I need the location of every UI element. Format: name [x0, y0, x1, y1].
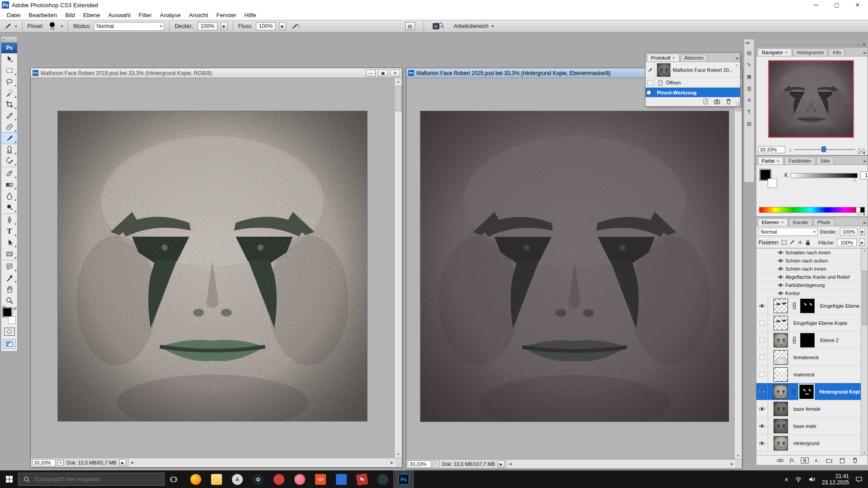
effect-visibility-toggle[interactable] — [775, 275, 785, 279]
tab-stile[interactable]: Stile — [816, 157, 834, 164]
brush-tool[interactable] — [1, 132, 17, 144]
doc2-horizontal-scrollbar[interactable]: ◀ ▶ — [506, 460, 742, 469]
effect-visibility-toggle[interactable] — [775, 291, 785, 296]
layer-row[interactable]: base female — [756, 400, 868, 418]
layer-name[interactable]: Ebene 2 — [820, 338, 839, 343]
wifi-icon[interactable] — [795, 477, 802, 482]
tab-close-icon[interactable]: ✕ — [777, 159, 780, 163]
adjustment-layer-icon[interactable]: ◐. — [815, 457, 820, 464]
flow-field[interactable]: 100% — [256, 22, 276, 30]
visibility-empty-well[interactable] — [759, 372, 765, 377]
palette-menu-icon[interactable]: ▾≡ — [863, 221, 866, 225]
tool-preset-brush-icon[interactable] — [4, 22, 12, 30]
layer-name[interactable]: base male — [793, 423, 816, 429]
slice-tool[interactable] — [1, 110, 17, 121]
layer-fill-field[interactable]: 100% — [837, 239, 857, 246]
mask-link-icon[interactable] — [792, 302, 797, 310]
layer-visibility-toggle[interactable] — [756, 400, 768, 417]
layer-visibility-toggle[interactable] — [756, 314, 768, 331]
tab-navigator[interactable]: Navigator ✕ — [758, 48, 792, 56]
zoom-out-icon[interactable]: △ — [789, 148, 792, 152]
layer-thumbnail[interactable] — [773, 385, 788, 399]
effect-visibility-toggle[interactable] — [775, 250, 785, 255]
status-info-icon[interactable]: ✎ — [433, 461, 439, 467]
history-brush-tool[interactable] — [1, 155, 17, 166]
doc1-zoom-field[interactable]: 33,33% — [32, 459, 56, 466]
k-slider-marker-icon[interactable]: △ — [853, 177, 856, 182]
airbrush-toggle-icon[interactable] — [291, 22, 300, 30]
layer-row[interactable]: maleneck — [756, 366, 868, 383]
tray-expand-icon[interactable]: ∧ — [784, 476, 788, 483]
tab-close-icon[interactable]: ✕ — [781, 221, 784, 225]
mask-link-icon[interactable] — [792, 337, 797, 344]
collapsed-palette-icon-2[interactable]: ✎ — [745, 61, 753, 68]
history-snapshot-row[interactable]: Malfurion Face Robert 20... — [646, 62, 740, 78]
lock-position-icon[interactable]: ✛ — [798, 239, 802, 246]
tab-histogramm[interactable]: Histogramm — [793, 48, 828, 56]
layer-name[interactable]: Hintergrund — [793, 441, 819, 446]
crop-tool[interactable] — [1, 99, 17, 110]
new-layer-icon[interactable] — [839, 457, 846, 464]
k-slider-ramp[interactable]: △ — [791, 173, 858, 178]
doc1-close-button[interactable]: ✕ — [390, 70, 400, 77]
layer-thumbnail[interactable] — [774, 402, 788, 416]
palette-well-icon[interactable]: ▤ — [405, 22, 415, 30]
layer-style-icon[interactable]: fx. — [790, 457, 795, 464]
tab-farbe[interactable]: Farbe ✕ — [758, 157, 783, 164]
effect-row[interactable]: Schatten nach innen — [756, 249, 868, 257]
window-close-button[interactable]: ✕ — [847, 0, 868, 10]
eyedropper-tool[interactable] — [1, 272, 17, 283]
collapsed-palette-icon-3[interactable]: ▦ — [745, 73, 753, 80]
scroll-thumb[interactable] — [862, 271, 867, 325]
scroll-down-icon[interactable]: ▼ — [737, 452, 740, 459]
doc1-image[interactable] — [57, 111, 368, 422]
taskbar-app-blue[interactable] — [331, 470, 352, 488]
blend-mode-select[interactable]: Normal ▾ — [94, 22, 164, 31]
effect-visibility-toggle[interactable] — [775, 283, 785, 287]
lock-all-icon[interactable] — [805, 239, 811, 246]
scroll-right-icon[interactable]: ▶ — [728, 462, 736, 466]
menu-filter[interactable]: Filter — [135, 11, 156, 19]
layer-opacity-field[interactable]: 100% — [840, 228, 857, 235]
scroll-left-icon[interactable]: ◀ — [507, 462, 514, 466]
layer-visibility-toggle[interactable] — [756, 349, 768, 366]
doc1-vertical-scrollbar[interactable]: ▲ ▼ — [394, 78, 402, 458]
taskbar-app-pen[interactable]: ✎ — [352, 470, 373, 488]
layer-name[interactable]: Eingefügte Ebene — [820, 303, 859, 309]
brush-dropdown-icon[interactable]: ▾ — [61, 24, 63, 28]
lock-paint-icon[interactable] — [789, 239, 795, 245]
menu-ebene[interactable]: Ebene — [79, 11, 104, 19]
visibility-empty-well[interactable] — [759, 338, 765, 343]
delete-layer-icon[interactable] — [852, 457, 859, 464]
tool-preset-dropdown-icon[interactable]: ▾ — [15, 24, 17, 28]
navigator-zoom-field[interactable]: 33.33% — [758, 146, 785, 153]
history-step-brush[interactable]: Pinsel-Werkzeug — [646, 88, 740, 97]
healing-brush-tool[interactable] — [1, 121, 17, 132]
layer-thumbnail[interactable] — [774, 316, 788, 330]
layer-fill-slider-button[interactable]: ▶ — [859, 239, 865, 246]
tab-farbfelder[interactable]: Farbfelder — [784, 157, 815, 164]
history-step-open[interactable]: Öffnen — [646, 78, 740, 88]
doc2-vertical-scrollbar[interactable]: ▲ ▼ — [734, 78, 742, 459]
tab-info[interactable]: Info — [829, 48, 845, 56]
k-value-field[interactable]: 100 — [860, 171, 868, 179]
quick-mask-button[interactable] — [4, 328, 15, 336]
toolbox-collapse-icon[interactable]: » — [1, 37, 17, 42]
slider-track[interactable] — [794, 149, 854, 150]
taskbar-app-a[interactable]: A — [227, 470, 248, 488]
visibility-empty-well[interactable] — [759, 355, 765, 360]
clone-stamp-tool[interactable] — [1, 144, 17, 155]
window-minimize-button[interactable]: — — [806, 0, 826, 10]
new-snapshot-icon[interactable] — [713, 98, 721, 105]
layer-mask-thumbnail-selected[interactable] — [799, 385, 814, 399]
new-group-icon[interactable] — [826, 457, 833, 464]
foreground-color-swatch[interactable] — [3, 308, 12, 317]
white-swatch[interactable] — [856, 207, 860, 212]
workspace-dropdown[interactable]: Arbeitsbereich ▼ — [454, 23, 495, 29]
doc1-restore-button[interactable]: ▣ — [378, 70, 388, 77]
history-checkbox[interactable] — [647, 80, 653, 85]
document-window-2025[interactable]: Ps Malfurion Face Robert 2025.psd bei 33… — [406, 68, 742, 469]
move-tool[interactable] — [1, 53, 17, 65]
menu-analyse[interactable]: Analyse — [156, 11, 185, 19]
scroll-thumb[interactable] — [396, 86, 401, 111]
